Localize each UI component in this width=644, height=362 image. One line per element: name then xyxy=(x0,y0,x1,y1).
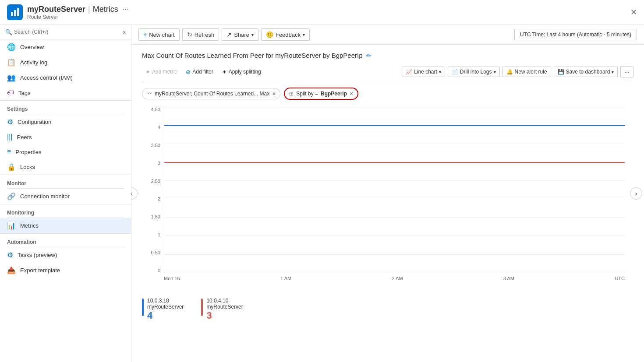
split-pill-close[interactable]: × xyxy=(350,90,353,97)
y-label-0: 0 xyxy=(158,268,160,273)
peers-icon: ||| xyxy=(7,133,12,141)
close-button[interactable]: ✕ xyxy=(630,7,637,17)
refresh-label: Refresh xyxy=(195,32,215,38)
apply-splitting-label: Apply splitting xyxy=(229,69,261,75)
more-options-button[interactable]: ··· xyxy=(620,66,633,77)
y-label-3-50: 3.50 xyxy=(151,143,160,148)
refresh-button[interactable]: ↻ Refresh xyxy=(182,28,219,41)
new-chart-button[interactable]: + New chart xyxy=(138,28,180,41)
y-label-3: 3 xyxy=(158,161,160,166)
sidebar-collapse-btn[interactable]: « xyxy=(122,28,126,35)
drill-logs-label: Drill into Logs xyxy=(460,69,492,75)
sidebar-label-overview: Overview xyxy=(20,44,44,50)
line-chart-dropdown-icon: ▾ xyxy=(439,70,441,74)
line-chart-label: Line chart xyxy=(414,69,437,75)
split-pill: ⊞ Split by = BgpPeerIp × xyxy=(284,88,358,100)
y-label-1-50: 1.50 xyxy=(151,214,160,219)
legend-item-red: 10.0.4.10 myRouteServer 3 xyxy=(201,298,243,321)
globe-icon: 🌐 xyxy=(7,43,16,51)
line-chart-button[interactable]: 📈 Line chart ▾ xyxy=(402,67,445,77)
y-label-1: 1 xyxy=(158,232,160,237)
sidebar-item-tasks-preview[interactable]: ⚙ Tasks (preview) xyxy=(0,247,131,263)
sidebar-item-activity-log[interactable]: 📋 Activity log xyxy=(0,55,131,70)
metric-pill-close[interactable]: × xyxy=(272,90,276,97)
metric-pill: 〰 myRouteServer, Count Of Routes Learned… xyxy=(142,88,280,99)
properties-icon: ≡ xyxy=(7,148,11,156)
sidebar-label-activity-log: Activity log xyxy=(20,59,47,66)
apply-splitting-icon: ✦ xyxy=(222,69,227,75)
grid-line-1 xyxy=(164,107,625,107)
time-range-label: UTC Time: Last 4 hours (Automatic - 5 mi… xyxy=(520,32,631,38)
legend-item-blue: 10.0.3.10 myRouteServer 4 xyxy=(142,298,184,321)
section-header-monitoring: Monitoring xyxy=(0,204,131,218)
chart-plot xyxy=(164,107,625,273)
grid-line-7 xyxy=(164,217,625,218)
feedback-label: Feedback xyxy=(276,32,301,38)
configuration-icon: ⚙ xyxy=(7,118,13,126)
alert-rule-icon: 🔔 xyxy=(506,69,513,75)
search-icon: 🔍 xyxy=(5,29,12,35)
apply-splitting-button[interactable]: ✦ Apply splitting xyxy=(219,67,265,77)
drill-into-logs-button[interactable]: 📄 Drill into Logs ▾ xyxy=(448,67,500,77)
add-filter-label: Add filter xyxy=(192,69,213,75)
y-label-2: 2 xyxy=(158,196,160,201)
grid-line-9 xyxy=(164,254,625,255)
sidebar-item-access-control[interactable]: 👥 Access control (IAM) xyxy=(0,70,131,85)
chart-title-edit-icon[interactable]: ✏ xyxy=(366,52,372,59)
plus-icon: + xyxy=(143,31,147,38)
share-dropdown-icon: ▾ xyxy=(251,32,254,37)
share-label: Share xyxy=(234,32,249,38)
metric-pills-row: 〰 myRouteServer, Count Of Routes Learned… xyxy=(142,88,633,100)
add-filter-icon: ⊕ xyxy=(186,69,191,75)
feedback-dropdown-icon: ▾ xyxy=(303,32,305,37)
refresh-icon: ↻ xyxy=(187,31,192,38)
main-layout: 🔍 « 🌐 Overview 📋 Activity log 👥 Access c… xyxy=(0,25,644,362)
export-template-icon: 📤 xyxy=(7,266,16,274)
sidebar-label-metrics: Metrics xyxy=(20,222,39,229)
sidebar-item-peers[interactable]: ||| Peers xyxy=(0,130,131,144)
sidebar-item-overview[interactable]: 🌐 Overview xyxy=(0,39,131,55)
sidebar-label-tasks-preview: Tasks (preview) xyxy=(18,252,57,258)
sidebar-item-metrics[interactable]: 📊 Metrics xyxy=(0,218,131,233)
split-pill-value: BgpPeerIp xyxy=(321,91,347,97)
page-title: Metrics xyxy=(93,5,118,14)
add-metric-button[interactable]: ✦ Add metric xyxy=(142,67,180,77)
time-range-button[interactable]: UTC Time: Last 4 hours (Automatic - 5 mi… xyxy=(514,29,637,40)
sidebar-label-locks: Locks xyxy=(20,164,35,170)
feedback-button[interactable]: 🙂 Feedback ▾ xyxy=(261,28,310,41)
resource-subtitle: Route Server xyxy=(27,14,128,20)
sidebar-item-tags[interactable]: 🏷 Tags xyxy=(0,85,131,100)
drill-logs-dropdown-icon: ▾ xyxy=(494,70,496,74)
header-ellipsis[interactable]: ··· xyxy=(123,5,128,13)
split-icon: ⊞ xyxy=(289,91,294,97)
legend-server-red: myRouteServer xyxy=(206,304,243,310)
new-alert-rule-button[interactable]: 🔔 New alert rule xyxy=(502,67,551,77)
svg-rect-0 xyxy=(11,12,13,16)
sidebar-label-access-control: Access control (IAM) xyxy=(20,74,73,81)
chart-legend: 10.0.3.10 myRouteServer 4 10.0.4.10 myRo… xyxy=(142,298,633,321)
sidebar-item-locks[interactable]: 🔒 Locks xyxy=(0,159,131,175)
chart-line-red xyxy=(164,162,625,163)
grid-line-8 xyxy=(164,235,625,236)
share-button[interactable]: ↗ Share ▾ xyxy=(222,28,258,41)
save-to-dashboard-button[interactable]: 💾 Save to dashboard ▾ xyxy=(554,67,618,77)
x-label-mon16: Mon 16 xyxy=(164,276,180,281)
sidebar-item-connection-monitor[interactable]: 🔗 Connection monitor xyxy=(0,189,131,204)
sidebar-search-input[interactable] xyxy=(14,29,120,35)
alert-rule-label: New alert rule xyxy=(515,69,547,75)
sidebar-item-properties[interactable]: ≡ Properties xyxy=(0,144,131,159)
line-chart-icon: 📈 xyxy=(406,69,412,75)
add-metric-label: Add metric xyxy=(152,69,177,75)
y-axis: 4.50 4 3.50 3 2.50 2 1.50 1 0.50 0 xyxy=(142,107,164,273)
sidebar-item-configuration[interactable]: ⚙ Configuration xyxy=(0,114,131,130)
nav-arrow-right[interactable]: › xyxy=(630,187,642,200)
split-pill-prefix: Split by = xyxy=(296,91,318,97)
save-dashboard-label: Save to dashboard xyxy=(566,69,610,75)
content-area: ‹ › + New chart ↻ Refresh ↗ Share ▾ xyxy=(131,25,644,362)
legend-value-red: 3 xyxy=(206,310,243,321)
y-label-2-50: 2.50 xyxy=(151,179,160,184)
add-filter-button[interactable]: ⊕ Add filter xyxy=(182,67,216,77)
chart-area: Max Count Of Routes Learned From Peer fo… xyxy=(131,45,644,362)
main-toolbar: + New chart ↻ Refresh ↗ Share ▾ 🙂 Feedba… xyxy=(131,25,644,45)
sidebar-item-export-template[interactable]: 📤 Export template xyxy=(0,263,131,278)
